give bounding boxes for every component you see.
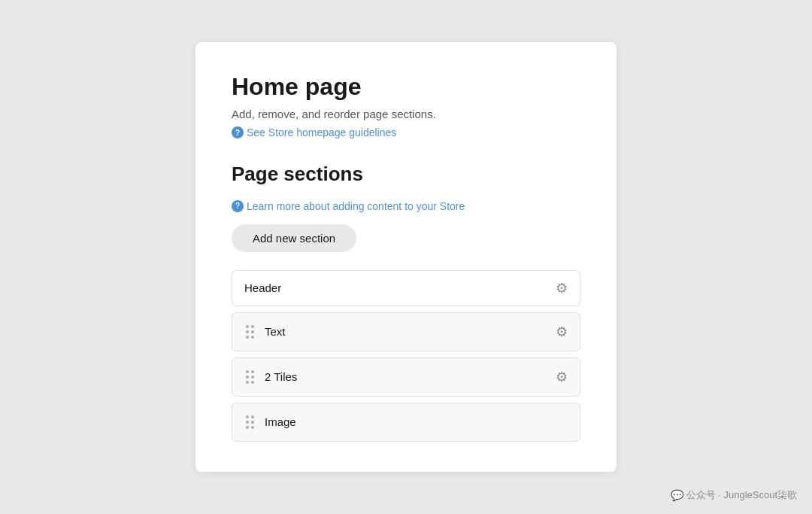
main-card: Home page Add, remove, and reorder page …	[195, 42, 617, 471]
drag-dots-row	[246, 381, 254, 384]
section-row-text: Text ⚙	[232, 312, 580, 351]
drag-dot	[251, 330, 254, 333]
drag-dot	[246, 415, 249, 418]
question-icon: ?	[232, 126, 244, 138]
drag-dot	[246, 426, 249, 429]
gear-icon-header[interactable]: ⚙	[556, 281, 568, 295]
sections-list: Header ⚙ Text ⚙	[232, 270, 580, 442]
drag-dot	[246, 336, 249, 339]
drag-dot	[246, 376, 249, 379]
gear-icon-text[interactable]: ⚙	[556, 325, 568, 339]
drag-dot	[246, 421, 249, 424]
drag-dots-row	[246, 336, 254, 339]
drag-dots-row	[246, 421, 254, 424]
page-title: Home page	[232, 72, 580, 101]
section-row-tiles: 2 Tiles ⚙	[232, 357, 580, 397]
drag-dots-row	[246, 376, 254, 379]
section-label-header: Header	[244, 281, 547, 294]
section-label-text: Text	[265, 325, 547, 338]
section-label-image: Image	[265, 415, 568, 428]
drag-dots-row	[246, 330, 254, 333]
wechat-icon: 💬	[671, 489, 683, 501]
help-link-text: See Store homepage guidelines	[247, 126, 396, 138]
watermark: 💬 公众号 · JungleScout柒歌	[671, 488, 797, 502]
section-label-tiles: 2 Tiles	[265, 370, 547, 383]
drag-handle-tiles[interactable]	[244, 369, 256, 385]
drag-dot	[251, 336, 254, 339]
drag-dot	[246, 325, 249, 328]
drag-dots-row	[246, 426, 254, 429]
drag-dot	[251, 381, 254, 384]
drag-dot	[251, 376, 254, 379]
drag-dot	[246, 370, 249, 373]
content-link[interactable]: ? Learn more about adding content to you…	[232, 200, 465, 212]
section-row-image: Image	[232, 403, 580, 442]
drag-dot	[251, 325, 254, 328]
content-question-icon: ?	[232, 200, 244, 212]
sections-title: Page sections	[232, 163, 580, 186]
drag-dot	[251, 415, 254, 418]
drag-dot	[251, 426, 254, 429]
add-new-section-button[interactable]: Add new section	[232, 224, 356, 252]
content-link-text: Learn more about adding content to your …	[247, 200, 465, 212]
drag-dots-row	[246, 325, 254, 328]
drag-dot	[251, 421, 254, 424]
drag-handle-text[interactable]	[244, 324, 256, 340]
drag-dot	[246, 381, 249, 384]
gear-icon-tiles[interactable]: ⚙	[556, 370, 568, 384]
drag-dots-row	[246, 370, 254, 373]
help-link[interactable]: ? See Store homepage guidelines	[232, 126, 396, 138]
drag-dot	[251, 370, 254, 373]
drag-dots-row	[246, 415, 254, 418]
page-subtitle: Add, remove, and reorder page sections.	[232, 108, 580, 120]
drag-dot	[246, 330, 249, 333]
drag-handle-image[interactable]	[244, 414, 256, 430]
watermark-text: 公众号 · JungleScout柒歌	[686, 488, 797, 502]
section-row-header: Header ⚙	[232, 270, 580, 306]
